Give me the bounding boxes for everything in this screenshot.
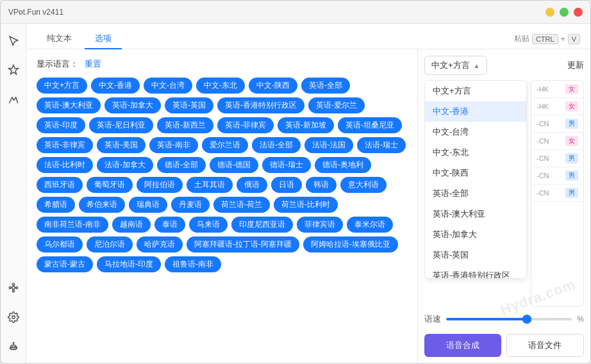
dropdown-item[interactable]: 中文-陕西 (425, 163, 526, 183)
language-tag[interactable]: 中文-陕西 (249, 78, 297, 94)
language-tag[interactable]: 越南语 (112, 217, 151, 233)
minimize-button[interactable] (545, 8, 554, 17)
language-tag[interactable]: 中文-东北 (196, 78, 245, 94)
language-tag[interactable]: 葡萄牙语 (87, 177, 133, 193)
language-tag[interactable]: 德语-全部 (157, 157, 206, 173)
language-tag[interactable]: 中文+方言 (37, 78, 87, 94)
language-tag[interactable]: 马拉地语-印度 (97, 256, 161, 272)
speed-label: 语速 (424, 313, 441, 325)
language-tag[interactable]: 日语 (271, 177, 302, 193)
voice-item[interactable]: -CN女 (531, 133, 583, 150)
language-tag[interactable]: 哈萨克语 (137, 236, 183, 252)
main-panel: 纯文本 选项 粘贴 CTRL + V 显示语言： 重置 (26, 24, 590, 363)
synth-button[interactable]: 语音合成 (424, 334, 501, 357)
language-tag[interactable]: 希伯来语 (79, 197, 125, 213)
update-button[interactable]: 更新 (567, 60, 584, 71)
language-tag[interactable]: 土耳其语 (187, 177, 233, 193)
language-tag[interactable]: 爱尔兰语 (202, 137, 248, 153)
reset-button[interactable]: 重置 (85, 58, 101, 70)
language-tag[interactable]: 祖鲁语-南非 (165, 256, 221, 272)
dialect-dropdown-button[interactable]: 中文+方言 ▲ (424, 56, 487, 75)
sidebar-icon-robot[interactable] (4, 338, 22, 356)
language-tag[interactable]: 中文-香港 (91, 78, 140, 94)
language-tag[interactable]: 英语-尼日利亚 (89, 117, 153, 133)
language-tag[interactable]: 丹麦语 (171, 197, 210, 213)
dropdown-item[interactable]: 英语-澳大利亚 (425, 204, 526, 224)
language-tag[interactable]: 阿拉伯语 (137, 177, 183, 193)
language-tag[interactable]: 英语-菲律宾 (217, 117, 274, 133)
language-tag[interactable]: 西班牙语 (37, 177, 83, 193)
language-tag[interactable]: 英语-美国 (97, 137, 146, 153)
language-tag[interactable]: 阿塞拜疆语-拉丁语-阿塞拜疆 (187, 236, 299, 252)
voice-item[interactable]: -CN男 (531, 185, 583, 202)
dropdown-item[interactable]: 中文-香港 (425, 101, 526, 122)
language-tag[interactable]: 英语-新加坡 (278, 117, 334, 133)
file-button[interactable]: 语音文件 (506, 334, 585, 357)
language-tag[interactable]: 德语-瑞士 (262, 157, 311, 173)
language-tag[interactable]: 俄语 (237, 177, 267, 193)
language-tag[interactable]: 泰米尔语 (347, 217, 393, 233)
language-tag[interactable]: 阿姆哈拉语-埃塞俄比亚 (303, 236, 398, 252)
language-tag[interactable]: 英语-非律宾 (37, 137, 93, 153)
language-tag[interactable]: 英语-全部 (301, 78, 350, 94)
language-tag[interactable]: 英语-澳大利亚 (37, 97, 101, 113)
language-tag[interactable]: 希腊语 (37, 197, 75, 213)
language-tag[interactable]: 英语-英国 (165, 97, 213, 113)
voice-item[interactable]: -CN男 (531, 150, 583, 167)
language-tag[interactable]: 法语-全部 (252, 137, 301, 153)
dropdown-item[interactable]: 英语-全部 (425, 183, 526, 204)
language-tag[interactable]: 德语-德国 (210, 157, 258, 173)
language-tag[interactable]: 荷兰语-荷兰 (213, 197, 270, 213)
language-tag[interactable]: 法语-加拿大 (97, 157, 153, 173)
language-tag[interactable]: 法语-瑞士 (357, 137, 406, 153)
dropdown-item[interactable]: 中文-东北 (425, 142, 526, 163)
language-tag[interactable]: 韩语 (306, 177, 337, 193)
voice-item[interactable]: -HK女 (531, 81, 583, 98)
dropdown-item[interactable]: 中文+方言 (425, 81, 526, 101)
language-tag[interactable]: 英语-坦桑尼亚 (338, 117, 402, 133)
gender-badge: 男 (565, 119, 578, 129)
maximize-button[interactable] (560, 8, 569, 17)
language-tag[interactable]: 英语-香港特别行政区 (217, 97, 304, 113)
dropdown-item[interactable]: 中文-台湾 (425, 122, 526, 142)
language-tag[interactable]: 尼泊尔语 (87, 236, 133, 252)
tab-options[interactable]: 选项 (85, 29, 122, 49)
language-tag[interactable]: 荷兰语-比利时 (274, 197, 338, 213)
sidebar-icon-mountain[interactable] (4, 90, 22, 108)
speed-slider[interactable] (446, 318, 572, 320)
language-tag[interactable]: 意大利语 (340, 177, 387, 193)
sidebar-icon-star[interactable] (4, 61, 22, 79)
language-tag[interactable]: 英语-新西兰 (157, 117, 213, 133)
dropdown-list[interactable]: 中文+方言中文-香港中文-台湾中文-东北中文-陕西英语-全部英语-澳大利亚英语-… (424, 80, 527, 279)
voice-list[interactable]: -HK女-HK女-CN男-CN女-CN男-CN男-CN男 (531, 80, 584, 307)
svg-point-3 (12, 290, 14, 292)
language-tag[interactable]: 英语-印度 (37, 117, 85, 133)
voice-item[interactable]: -CN男 (531, 167, 583, 185)
language-tag[interactable]: 法语-法国 (304, 137, 353, 153)
language-tag[interactable]: 英语-加拿大 (104, 97, 161, 113)
close-button[interactable] (574, 8, 583, 17)
language-tag[interactable]: 南非荷兰语-南非 (37, 217, 108, 233)
svg-point-8 (13, 342, 14, 343)
language-tag[interactable]: 法语-比利时 (37, 157, 93, 173)
language-tag[interactable]: 泰语 (154, 217, 185, 233)
language-tag[interactable]: 印度尼西亚语 (231, 217, 293, 233)
sidebar-icon-cursor[interactable] (4, 31, 22, 49)
sidebar-icon-settings[interactable] (4, 308, 22, 326)
language-tag[interactable]: 英语-南非 (149, 137, 198, 153)
sidebar-icon-flower[interactable] (4, 279, 22, 297)
language-tag[interactable]: 英语-爱尔兰 (308, 97, 365, 113)
voice-item[interactable]: -HK女 (531, 98, 583, 115)
dropdown-item[interactable]: 英语-英国 (425, 245, 526, 265)
language-tag[interactable]: 德语-奥地利 (315, 157, 371, 173)
dropdown-item[interactable]: 英语-香港特别行政区 (425, 265, 526, 279)
language-tag[interactable]: 中文-台湾 (144, 78, 192, 94)
language-tag[interactable]: 乌尔都语 (37, 236, 83, 252)
voice-item[interactable]: -CN男 (531, 115, 583, 133)
language-tag[interactable]: 马来语 (189, 217, 228, 233)
language-tag[interactable]: 菲律宾语 (297, 217, 343, 233)
dropdown-item[interactable]: 英语-加拿大 (425, 224, 526, 245)
language-tag[interactable]: 瑞典语 (129, 197, 167, 213)
tab-plaintext[interactable]: 纯文本 (37, 29, 82, 49)
language-tag[interactable]: 蒙古语-蒙古 (37, 256, 93, 272)
